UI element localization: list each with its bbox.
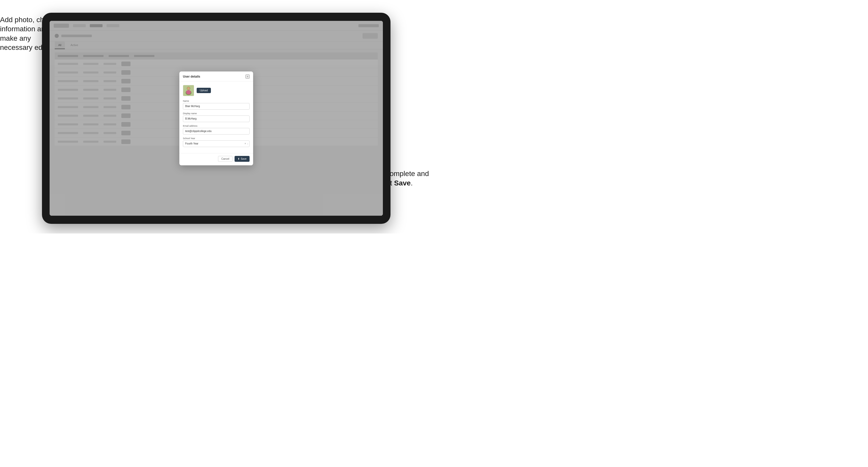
- upload-button[interactable]: Upload: [197, 88, 211, 93]
- photo-section: Upload: [183, 85, 250, 96]
- name-label: Name: [183, 100, 250, 102]
- email-field-group: Email address: [183, 125, 250, 134]
- display-name-label: Display name: [183, 112, 250, 115]
- svg-point-5: [186, 90, 191, 94]
- photo-thumbnail: [183, 85, 194, 96]
- annotation-right: Complete and hit Save.: [385, 169, 429, 188]
- name-input[interactable]: [183, 103, 250, 110]
- school-year-select[interactable]: Fourth Year First Year Second Year Third…: [183, 141, 250, 147]
- save-button[interactable]: ⬆ Save: [235, 156, 250, 162]
- tablet-frame: All Active: [42, 13, 391, 224]
- select-icons: × ⌄: [245, 143, 249, 145]
- display-name-input[interactable]: [183, 116, 250, 122]
- email-label: Email address: [183, 125, 250, 127]
- avatar-image: [183, 85, 194, 96]
- user-details-modal: User details ×: [179, 71, 253, 165]
- cancel-button[interactable]: Cancel: [218, 156, 232, 162]
- school-year-wrapper: Fourth Year First Year Second Year Third…: [183, 141, 250, 147]
- school-year-label: School Year: [183, 137, 250, 139]
- save-label: Save: [241, 157, 247, 160]
- name-field-group: Name: [183, 100, 250, 110]
- email-input[interactable]: [183, 128, 250, 134]
- display-name-field-group: Display name: [183, 112, 250, 122]
- clear-icon[interactable]: ×: [245, 143, 246, 145]
- save-icon: ⬆: [238, 157, 240, 160]
- modal-footer: Cancel ⬆ Save: [179, 153, 253, 165]
- modal-header: User details ×: [179, 71, 253, 82]
- chevron-down-icon: ⌄: [247, 143, 249, 145]
- svg-point-6: [187, 87, 190, 90]
- modal-overlay: User details ×: [50, 21, 383, 216]
- modal-body: Upload Name Display name Email addre: [179, 82, 253, 153]
- modal-title: User details: [183, 75, 200, 79]
- modal-close-button[interactable]: ×: [246, 74, 250, 79]
- tablet-screen: All Active: [50, 21, 383, 216]
- school-year-field-group: School Year Fourth Year First Year Secon…: [183, 137, 250, 147]
